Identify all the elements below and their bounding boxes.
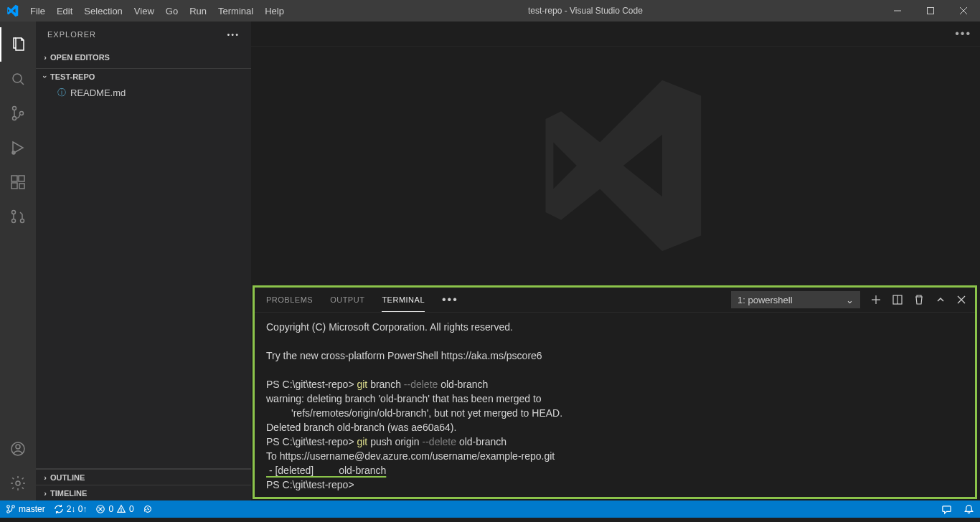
- menu-edit[interactable]: Edit: [51, 0, 78, 22]
- menu-help[interactable]: Help: [259, 0, 290, 22]
- term-line: Deleted branch old-branch (was ae60a64).: [266, 422, 456, 433]
- timeline-label: TIMELINE: [50, 489, 87, 498]
- svg-point-18: [16, 445, 20, 449]
- svg-point-33: [121, 511, 122, 511]
- term-cmd: branch: [367, 379, 404, 390]
- term-cmd: old-branch: [438, 379, 488, 390]
- chevron-right-icon: ›: [40, 489, 50, 498]
- file-name: README.md: [70, 87, 126, 98]
- menu-file[interactable]: File: [24, 0, 51, 22]
- bell-icon: [963, 504, 974, 515]
- explorer-sidebar: EXPLORER ••• › OPEN EDITORS › TEST-REPO …: [36, 22, 251, 500]
- status-feedback[interactable]: [941, 504, 952, 515]
- errors-count: 0: [108, 504, 113, 514]
- term-cmd: old-branch: [456, 436, 507, 447]
- status-problems[interactable]: 0 0: [95, 504, 133, 514]
- panel-more-icon[interactable]: •••: [442, 288, 458, 312]
- editor-empty: [251, 47, 980, 284]
- activity-settings[interactable]: [0, 466, 36, 500]
- panel: PROBLEMS OUTPUT TERMINAL ••• 1: powershe…: [253, 285, 977, 499]
- section-repo[interactable]: › TEST-REPO: [36, 69, 251, 85]
- panel-tabs: PROBLEMS OUTPUT TERMINAL ••• 1: powershe…: [255, 288, 975, 313]
- branch-icon: [6, 504, 16, 514]
- close-button[interactable]: [947, 0, 980, 22]
- menu-selection[interactable]: Selection: [78, 0, 128, 22]
- status-notifications[interactable]: [963, 504, 974, 515]
- sidebar-title: EXPLORER: [47, 30, 96, 39]
- chevron-right-icon: ›: [40, 53, 50, 62]
- section-open-editors[interactable]: › OPEN EDITORS: [36, 49, 251, 65]
- activity-search[interactable]: [0, 62, 36, 96]
- maximize-button[interactable]: [914, 0, 947, 22]
- term-prompt: PS C:\git\test-repo>: [266, 436, 357, 447]
- menu-terminal[interactable]: Terminal: [212, 0, 259, 22]
- activity-accounts[interactable]: [0, 432, 36, 466]
- window-controls: [881, 0, 980, 22]
- term-line: Try the new cross-platform PowerShell ht…: [266, 350, 542, 361]
- close-panel-icon[interactable]: [956, 295, 966, 305]
- term-prompt: PS C:\git\test-repo>: [266, 379, 357, 390]
- term-cmd: --delete: [423, 436, 456, 447]
- terminal-select[interactable]: 1: powershell ⌄: [731, 291, 860, 308]
- more-actions-icon[interactable]: •••: [227, 30, 240, 39]
- history-icon: [143, 504, 153, 514]
- kill-terminal-icon[interactable]: [913, 294, 925, 305]
- maximize-panel-icon[interactable]: [935, 294, 946, 305]
- term-cmd: git: [357, 379, 367, 390]
- svg-point-19: [16, 481, 20, 485]
- svg-point-27: [7, 511, 10, 513]
- activity-extensions[interactable]: [0, 165, 36, 199]
- warnings-count: 0: [129, 504, 134, 514]
- tab-terminal[interactable]: TERMINAL: [382, 288, 425, 312]
- term-line: 'refs/remotes/origin/old-branch', but no…: [266, 407, 562, 419]
- chevron-down-icon: ⌄: [846, 295, 854, 305]
- vscode-logo-icon: [0, 4, 24, 17]
- terminal-select-label: 1: powershell: [738, 295, 793, 305]
- status-branch[interactable]: master: [6, 504, 45, 514]
- status-sync[interactable]: 2↓ 0↑: [54, 504, 88, 514]
- activity-explorer[interactable]: [0, 27, 36, 62]
- outline-label: OUTLINE: [50, 473, 85, 482]
- term-line: Copyright (C) Microsoft Corporation. All…: [266, 321, 513, 333]
- chevron-down-icon: ›: [41, 72, 50, 82]
- more-actions-icon[interactable]: •••: [955, 27, 971, 40]
- info-icon: ⓘ: [57, 87, 66, 99]
- main-area: EXPLORER ••• › OPEN EDITORS › TEST-REPO …: [0, 22, 980, 500]
- menu-bar: File Edit Selection View Go Run Terminal…: [24, 0, 290, 22]
- activity-run-debug[interactable]: [0, 130, 36, 165]
- warning-icon: [116, 504, 126, 514]
- branch-label: master: [19, 504, 45, 514]
- minimize-button[interactable]: [881, 0, 914, 22]
- tab-problems[interactable]: PROBLEMS: [266, 288, 313, 312]
- svg-point-14: [12, 211, 16, 214]
- svg-rect-1: [928, 8, 934, 14]
- svg-rect-13: [19, 184, 24, 189]
- status-history[interactable]: [143, 504, 153, 514]
- svg-point-4: [13, 74, 22, 82]
- tab-output[interactable]: OUTPUT: [330, 288, 364, 312]
- menu-view[interactable]: View: [128, 0, 160, 22]
- svg-rect-10: [11, 176, 17, 181]
- section-outline[interactable]: › OUTLINE: [36, 469, 251, 485]
- status-bar: master 2↓ 0↑ 0 0: [0, 500, 980, 518]
- menu-run[interactable]: Run: [184, 0, 212, 22]
- repo-label: TEST-REPO: [50, 72, 95, 81]
- title-bar: File Edit Selection View Go Run Terminal…: [0, 0, 980, 22]
- term-line: warning: deleting branch 'old-branch' th…: [266, 393, 542, 404]
- menu-go[interactable]: Go: [160, 0, 184, 22]
- svg-point-26: [7, 506, 10, 508]
- vscode-watermark-icon: [522, 72, 709, 259]
- new-terminal-icon[interactable]: [870, 294, 882, 305]
- terminal-output[interactable]: Copyright (C) Microsoft Corporation. All…: [255, 313, 975, 497]
- term-cmd: git: [357, 436, 367, 447]
- term-cmd: --delete: [404, 379, 438, 390]
- svg-point-8: [20, 112, 24, 115]
- term-cmd: push origin: [367, 436, 422, 447]
- activity-source-control[interactable]: [0, 96, 36, 130]
- activity-pull-requests[interactable]: [0, 199, 36, 234]
- split-terminal-icon[interactable]: [892, 294, 903, 305]
- activity-bar: [0, 22, 36, 500]
- sync-icon: [54, 504, 64, 514]
- file-readme[interactable]: ⓘ README.md: [36, 85, 251, 100]
- section-timeline[interactable]: › TIMELINE: [36, 485, 251, 500]
